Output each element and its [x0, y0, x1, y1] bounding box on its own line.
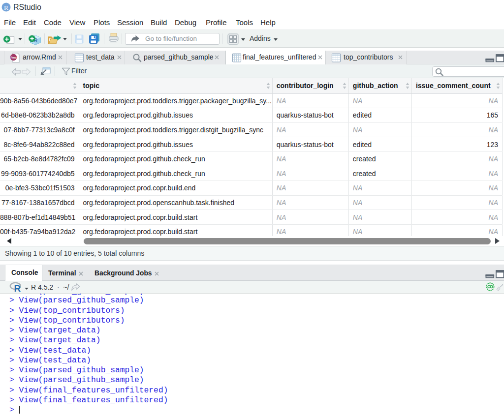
svg-text:R: R [4, 4, 8, 11]
svg-text:Rmd: Rmd [10, 56, 16, 59]
svg-text:R: R [14, 283, 21, 293]
